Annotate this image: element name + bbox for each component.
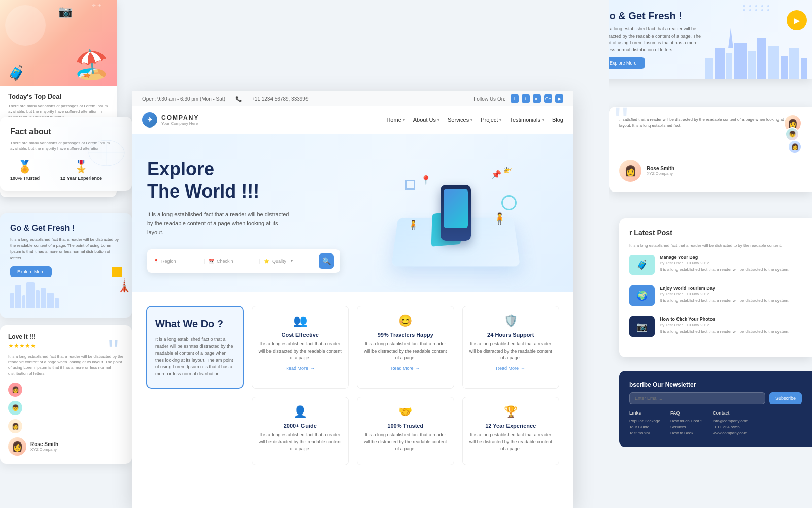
reviewer-3: 👩: [8, 419, 124, 433]
svg-rect-11: [789, 48, 799, 79]
travelers-arrow-icon: →: [416, 366, 420, 371]
love-it-label: Love It !!!: [8, 333, 124, 340]
search-magnifier-icon: 🔍: [322, 257, 331, 265]
region-field[interactable]: 📍 Region: [153, 259, 205, 264]
d2: [749, 5, 751, 7]
topbar: Open: 9:30 am - 6:30 pm (Mon - Sat) 📞 +1…: [132, 91, 573, 106]
nl-col2-item2: Services: [670, 425, 702, 429]
travelers-read-more[interactable]: Read More →: [363, 366, 448, 371]
iso-circle-2: [501, 195, 517, 210]
post-desc-1: It is a long established fact that a rea…: [660, 267, 802, 272]
support-arrow-icon: →: [521, 366, 525, 371]
service-what-desc: It is a long established fact o that a r…: [155, 336, 234, 377]
hero-content: Explore The World !!! It is a long estab…: [147, 158, 353, 272]
youtube-icon[interactable]: ▶: [555, 94, 563, 103]
topbar-left: Open: 9:30 am - 6:30 pm (Mon - Sat) 📞 +1…: [142, 96, 308, 102]
nl-col1-title: Links: [629, 410, 660, 416]
stars-rating: ★★★★★: [8, 342, 124, 350]
post-info-3: How to Click Your Photos By Test User 10…: [660, 316, 802, 334]
d5: [767, 5, 769, 7]
trusted2-title: 100% Trusted: [363, 423, 448, 429]
post-author-2: By Test User 10 Nov 2012: [660, 292, 802, 296]
checkin-placeholder: Checkin: [217, 259, 233, 264]
support-desc: It is a long established fact that a rea…: [469, 341, 553, 362]
services-section: What We Do ? It is a long established fa…: [132, 292, 573, 480]
building-8: [55, 298, 59, 308]
logo[interactable]: ✈ COMPANY Your Company Here: [142, 112, 199, 128]
hero-title: Explore The World !!!: [147, 158, 353, 202]
city-svg: [700, 28, 812, 79]
svg-rect-5: [726, 53, 732, 79]
deco-dots: [743, 5, 771, 11]
twitter-icon[interactable]: t: [522, 94, 530, 103]
svg-rect-6: [734, 43, 747, 79]
post-author-3: By Test User 10 Nov 2012: [660, 323, 802, 327]
camera-icon: 📷: [58, 5, 72, 18]
blog-label: Blog: [552, 117, 563, 123]
d10: [767, 9, 769, 11]
building-2: [15, 285, 21, 308]
post-desc-3: It is a long established fact that a rea…: [660, 329, 802, 334]
google-icon[interactable]: G+: [544, 94, 552, 103]
testimonial-right-card: " ...satisfied that a reader will be dis…: [609, 107, 812, 192]
tr-explore-btn[interactable]: Explore More: [609, 57, 645, 69]
search-button[interactable]: 🔍: [319, 253, 334, 269]
nl-col2-item3: How to Book: [670, 431, 702, 435]
reviewer-avatar-3: 👩: [8, 419, 22, 433]
rose-info: Rose Smith XYZ Company: [30, 441, 58, 452]
left-panel: ✈ ✈ 🏖️ 🧳 📷 Today's Top Deal There are ma…: [0, 0, 137, 508]
person-figure: 🧍: [493, 212, 506, 226]
post-thumb-1: 🧳: [629, 255, 655, 275]
nl-subscribe-btn[interactable]: Subscribe: [769, 392, 802, 404]
cost-read-more[interactable]: Read More →: [258, 366, 343, 371]
nav-about[interactable]: About Us ▾: [413, 117, 439, 123]
post-item-1[interactable]: 🧳 Manage Your Bag By Test User 10 Nov 20…: [629, 255, 802, 280]
top-right-card: ▶ Go & Get Fresh ! It is a long establis…: [609, 0, 812, 79]
quality-field[interactable]: ⭐ Quality ▾: [264, 259, 315, 264]
luggage-icon: 🧳: [8, 65, 25, 81]
test-text-rose: ...satisfied that a reader will be distr…: [619, 117, 802, 129]
nav-project[interactable]: Project ▾: [481, 117, 501, 123]
post-item-3[interactable]: 📷 How to Click Your Photos By Test User …: [629, 316, 802, 342]
latest-post-section: r Latest Post It is a long established f…: [619, 218, 812, 357]
testimonial-inner: " Love It !!! ★★★★★ It is a long establi…: [8, 333, 124, 456]
post-author-1: By Test User 10 Nov 2012: [660, 261, 802, 265]
rose-name-text: Rose Smith: [647, 166, 674, 171]
building-3: [22, 295, 25, 308]
nav: ✈ COMPANY Your Company Here Home ▾ About…: [132, 106, 573, 134]
nl-email-input[interactable]: [629, 392, 765, 404]
project-chevron: ▾: [499, 118, 501, 122]
d6: [743, 9, 745, 11]
map-pin-2: 📌: [491, 170, 501, 179]
d9: [761, 9, 763, 11]
facebook-icon[interactable]: f: [511, 94, 519, 103]
nl-footer: Links Popular Package Tour Guide Testimo…: [629, 410, 802, 437]
d4: [761, 5, 763, 7]
fresh-title-left: Go & Get Fresh !: [10, 224, 122, 233]
building-5: [36, 290, 40, 308]
linkedin-icon[interactable]: in: [533, 94, 541, 103]
home-chevron: ▾: [403, 118, 405, 122]
map-pin-1: 📍: [420, 175, 431, 186]
nav-services[interactable]: Services ▾: [448, 117, 472, 123]
deal-title: Today's Top Deal: [8, 92, 109, 100]
support-read-more[interactable]: Read More →: [469, 366, 553, 371]
hero-deco-circle: [5, 5, 46, 46]
nav-blog[interactable]: Blog: [552, 117, 563, 123]
nav-home[interactable]: Home ▾: [386, 117, 404, 123]
sun-icon: [112, 267, 122, 277]
travelers-read-more-text: Read More: [391, 366, 414, 371]
tr-desc: It is a long established fact that a rea…: [609, 26, 703, 53]
nav-testimonials[interactable]: Testimonials ▾: [510, 117, 544, 123]
hero-title-line1: Explore: [147, 158, 214, 179]
post-item-2[interactable]: 🌍 Enjoy World Tourism Day By Test User 1…: [629, 285, 802, 311]
reviewer-avatar-2: 👦: [8, 401, 22, 415]
rose-smith-row: 👩 Rose Smith XYZ Company: [8, 437, 124, 456]
play-button[interactable]: ▶: [787, 10, 807, 30]
company-name: COMPANY: [161, 114, 199, 121]
checkin-field[interactable]: 📅 Checkin: [209, 259, 260, 264]
explore-btn-left[interactable]: Explore More: [10, 266, 52, 277]
nl-col-3: Contact info@company.com +011 234 5555 w…: [713, 410, 748, 437]
checkin-icon: 📅: [209, 259, 214, 264]
nl-col-2: FAQ How much Cost ? Services How to Book: [670, 410, 702, 437]
